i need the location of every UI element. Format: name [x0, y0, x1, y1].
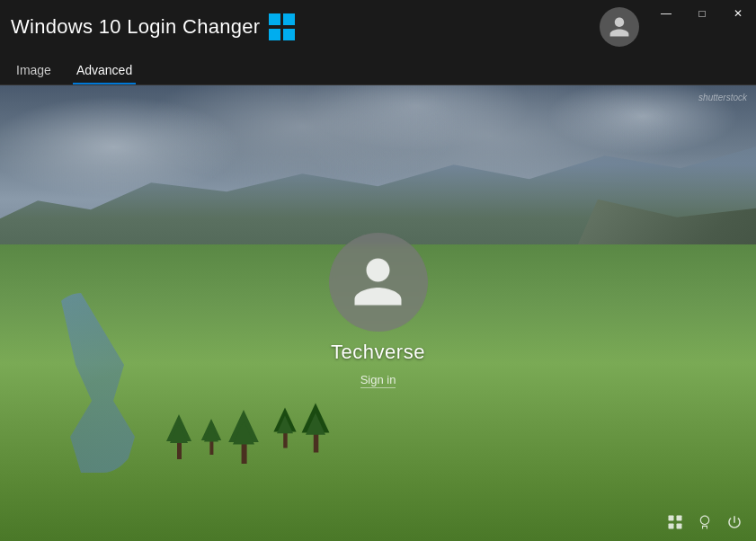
login-signin-link[interactable]: Sign in: [360, 373, 396, 388]
windows-logo-icon: [269, 13, 296, 40]
tree: [228, 410, 259, 464]
login-overlay: Techverse Sign in: [329, 233, 428, 388]
window-controls: — □ ✕: [648, 0, 756, 27]
user-icon: [608, 15, 631, 39]
tree: [273, 407, 296, 448]
accessibility-icon[interactable]: [697, 514, 713, 534]
svg-rect-2: [669, 524, 674, 529]
tree: [201, 419, 221, 455]
tree: [301, 403, 329, 452]
menu-item-advanced[interactable]: Advanced: [73, 58, 136, 84]
preview-container: shutterstock Techverse Sign in: [0, 85, 756, 541]
tree: [166, 414, 191, 459]
trees-group: [166, 414, 256, 459]
minimize-button[interactable]: —: [648, 0, 684, 27]
login-username: Techverse: [331, 341, 425, 364]
trees-group-2: [272, 405, 328, 450]
login-user-icon: [349, 253, 407, 311]
svg-rect-3: [677, 524, 682, 529]
menu-bar: Image Advanced: [0, 54, 756, 85]
menu-item-image[interactable]: Image: [13, 58, 55, 84]
network-icon[interactable]: [667, 514, 683, 534]
svg-rect-0: [669, 516, 674, 521]
maximize-button[interactable]: □: [684, 0, 720, 27]
close-button[interactable]: ✕: [720, 0, 756, 27]
app-title: Windows 10 Login Changer: [11, 15, 260, 39]
title-bar: Windows 10 Login Changer — □ ✕: [0, 0, 756, 54]
user-avatar-button[interactable]: [600, 7, 639, 47]
title-left: Windows 10 Login Changer: [11, 13, 296, 40]
status-icons: [667, 514, 743, 534]
svg-rect-1: [677, 516, 682, 521]
power-icon[interactable]: [726, 514, 743, 534]
login-avatar: [329, 233, 428, 332]
watermark: shutterstock: [698, 93, 747, 102]
